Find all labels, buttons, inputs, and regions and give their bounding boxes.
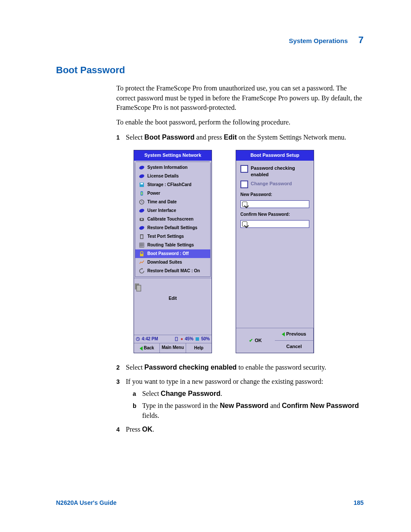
checkbox-row-change-pwd[interactable]: Change Password <box>240 180 309 188</box>
list-item[interactable]: Power <box>135 189 210 198</box>
header-section: System Operations <box>289 37 348 44</box>
main-menu-button[interactable]: Main Menu <box>160 343 186 353</box>
screen1-edit-area: Edit <box>134 278 212 335</box>
ok-button[interactable]: ✔OK <box>236 328 275 353</box>
mac-icon <box>139 268 145 274</box>
keyboard-icon <box>242 221 247 227</box>
checkbox-icon[interactable] <box>240 180 248 188</box>
screen2-buttonbar: Previous ✔OK Cancel <box>236 328 314 353</box>
svg-point-9 <box>141 218 143 220</box>
step-3: 3 If you want to type in a new password … <box>116 377 364 421</box>
status-pct1: 45% <box>185 336 193 342</box>
step-3b: b Type in the password in the New Passwo… <box>133 401 364 420</box>
cancel-button[interactable]: Cancel <box>275 341 314 353</box>
screen2-title: Boot Password Setup <box>236 150 314 160</box>
back-button[interactable]: Back <box>134 343 160 353</box>
page-header: System Operations 7 <box>289 34 364 46</box>
step-2: 2 Select Password checking enabled to en… <box>116 363 364 372</box>
card-icon <box>195 337 199 341</box>
page-footer: N2620A User's Guide 185 <box>56 499 364 506</box>
svg-rect-13 <box>140 243 144 247</box>
svg-rect-22 <box>175 337 177 341</box>
step-4: 4 Press OK. <box>116 425 364 434</box>
step-marker: 1 <box>116 134 120 142</box>
svg-point-10 <box>139 225 145 230</box>
list-item[interactable]: Time and Date <box>135 198 210 206</box>
svg-rect-11 <box>140 235 143 239</box>
svg-rect-20 <box>137 285 141 291</box>
checkbox-icon[interactable] <box>240 165 248 173</box>
list-item[interactable]: Restore Default MAC : On <box>135 267 210 275</box>
keyboard-icon <box>242 202 247 207</box>
step-marker: 3 <box>116 378 120 386</box>
list-item[interactable]: Storage : CFlashCard <box>135 180 210 189</box>
screen1-buttonbar: Back Main Menu Help <box>134 343 212 353</box>
list-item[interactable]: Download Suites <box>135 258 210 267</box>
list-item[interactable]: Restore Default Settings <box>135 224 210 232</box>
svg-point-1 <box>139 174 145 179</box>
footer-guide: N2620A User's Guide <box>56 499 117 506</box>
svg-rect-5 <box>141 192 143 195</box>
screen-boot-password-setup: Boot Password Setup Password checking en… <box>236 150 314 353</box>
list-item[interactable]: Calibrate Touchscreen <box>135 215 210 224</box>
calibrate-icon <box>139 216 145 222</box>
section-title: Boot Password <box>56 65 364 76</box>
substep-marker: b <box>133 402 137 411</box>
help-button[interactable]: Help <box>186 343 212 353</box>
screen1-title: System Settings Network <box>134 150 212 160</box>
screen1-statusbar: 4:42 PM ● 45% 50% <box>134 335 212 343</box>
intro-para-2: To enable the boot password, perform the… <box>116 118 364 127</box>
step-1: 1 Select Boot Password and press Edit on… <box>116 133 364 353</box>
status-time: 4:42 PM <box>142 336 158 342</box>
edit-button[interactable]: Edit <box>134 296 212 302</box>
info-icon <box>139 165 145 171</box>
battery-icon <box>174 337 179 341</box>
restore-icon <box>139 225 145 231</box>
step-3a: a Select Change Password. <box>133 389 364 398</box>
ui-icon <box>139 208 145 214</box>
svg-point-7 <box>139 208 145 213</box>
download-icon <box>139 259 145 265</box>
header-chapter: 7 <box>358 34 364 45</box>
intro-para-1: To protect the FrameScope Pro from unaut… <box>116 84 364 112</box>
step-marker: 2 <box>116 364 120 372</box>
lock-icon <box>139 251 145 257</box>
list-item[interactable]: Routing Table Settings <box>135 241 210 249</box>
routing-icon <box>139 242 145 248</box>
input-new-password[interactable] <box>240 200 309 208</box>
license-icon <box>139 173 145 179</box>
screenshots-row: System Settings Network System Informati… <box>134 150 364 353</box>
port-icon <box>139 233 145 240</box>
svg-rect-18 <box>140 254 143 256</box>
list-item-selected[interactable]: Boot Password : Off <box>135 249 210 258</box>
list-item[interactable]: Test Port Settings <box>135 232 210 241</box>
checkbox-row-pwd-enabled[interactable]: Password checking enabled <box>240 165 309 178</box>
list-item[interactable]: System Information <box>135 163 210 172</box>
status-pct2: 50% <box>201 336 210 342</box>
svg-rect-23 <box>196 337 199 341</box>
label-confirm-password: Confirm New Password: <box>240 212 309 218</box>
previous-button[interactable]: Previous <box>275 328 314 340</box>
power-icon <box>139 190 145 196</box>
svg-rect-3 <box>140 183 143 184</box>
clock-icon <box>139 199 145 205</box>
screen-system-settings: System Settings Network System Informati… <box>134 150 212 353</box>
input-confirm-password[interactable] <box>240 220 309 228</box>
screen1-list: System Information License Details Stora… <box>135 162 210 277</box>
footer-page: 185 <box>354 499 364 506</box>
label-new-password: New Password: <box>240 192 309 198</box>
list-item[interactable]: License Details <box>135 172 210 180</box>
edit-icon <box>134 283 142 293</box>
svg-point-0 <box>139 165 145 170</box>
list-item[interactable]: User Interface <box>135 206 210 215</box>
storage-icon <box>139 182 145 188</box>
substep-marker: a <box>133 390 136 398</box>
clock-icon <box>136 337 140 341</box>
step-marker: 4 <box>116 426 120 434</box>
